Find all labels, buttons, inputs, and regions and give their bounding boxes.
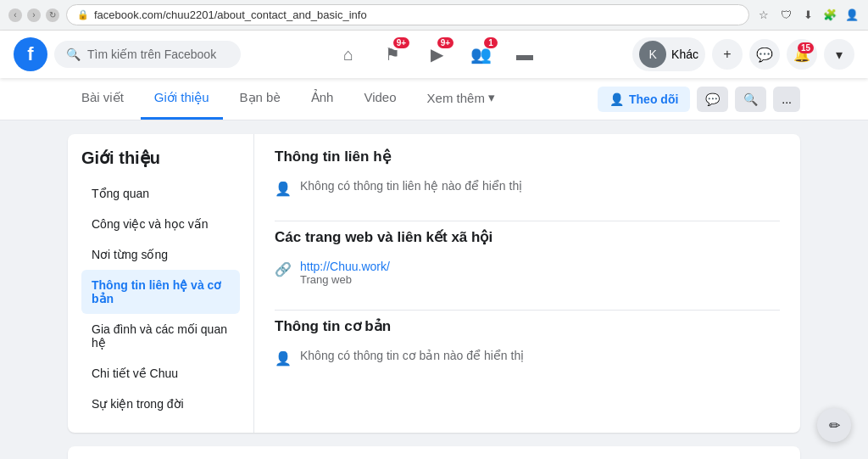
nav-friends-button[interactable]: 👥 1 <box>460 34 501 75</box>
about-menu-noi-song[interactable]: Nơi từng sống <box>81 239 240 270</box>
about-main: Thông tin liên hệ 👤 Không có thông tin l… <box>254 134 800 433</box>
divider-1 <box>275 221 780 221</box>
basic-info-empty: 👤 Không có thông tin cơ bản nào để hiển … <box>275 342 780 373</box>
main-content: Giới thiệu Tổng quan Công việc và học vấ… <box>0 120 868 459</box>
messenger-action-icon: 💬 <box>705 92 720 106</box>
back-button[interactable]: ‹ <box>8 8 22 22</box>
tab-ban-be[interactable]: Bạn bè <box>226 78 294 120</box>
profile-nav: Bài viết Giới thiệu Bạn bè Ảnh Video Xem… <box>0 78 868 120</box>
basic-info-title: Thông tin cơ bản <box>275 317 780 335</box>
add-button[interactable]: + <box>712 39 743 70</box>
search-action-button[interactable]: 🔍 <box>735 87 766 112</box>
plus-icon: + <box>723 47 731 62</box>
social-link[interactable]: http://Chuu.work/ <box>300 260 390 273</box>
about-sidebar-title: Giới thiệu <box>81 148 240 168</box>
nav-flag-button[interactable]: ⚑ 9+ <box>372 34 413 75</box>
friends-badge: 1 <box>484 37 498 48</box>
ellipsis-icon: ... <box>782 92 792 106</box>
fb-search-box[interactable]: 🔍 <box>54 41 241 68</box>
tab-bai-viet[interactable]: Bài viết <box>68 78 137 120</box>
basic-info-icon: 👤 <box>275 350 292 367</box>
address-bar: 🔒 facebook.com/chuu2201/about_contact_an… <box>66 4 749 25</box>
browser-bar: ‹ › ↻ 🔒 facebook.com/chuu2201/about_cont… <box>0 0 868 31</box>
chevron-down-icon: ▾ <box>488 90 495 105</box>
more-action-button[interactable]: ... <box>773 87 800 112</box>
fb-nav-center: ⌂ ⚑ 9+ ▶ 9+ 👥 1 ▬ <box>248 34 626 75</box>
shield-icon[interactable]: 🛡 <box>778 8 793 23</box>
tab-video[interactable]: Video <box>350 78 409 120</box>
social-link-sub: Trang web <box>300 273 390 286</box>
about-menu-gia-dinh[interactable]: Gia đình và các mối quan hệ <box>81 314 240 358</box>
messenger-icon: 💬 <box>756 47 773 63</box>
edit-icon: ✏ <box>829 417 840 434</box>
contact-info-title: Thông tin liên hệ <box>275 148 780 165</box>
about-menu-cong-viec[interactable]: Công việc và học vấn <box>81 209 240 239</box>
lock-icon: 🔒 <box>77 9 89 20</box>
download-icon[interactable]: ⬇ <box>800 8 815 23</box>
notifications-badge: 15 <box>798 42 814 53</box>
about-menu-su-kien[interactable]: Sự kiện trong đời <box>81 389 240 419</box>
about-menu-tong-quan[interactable]: Tổng quan <box>81 178 240 209</box>
float-edit-button[interactable]: ✏ <box>817 408 851 442</box>
star-icon[interactable]: ☆ <box>756 8 771 23</box>
account-menu-button[interactable]: ▾ <box>824 39 854 70</box>
basic-info-section: Thông tin cơ bản 👤 Không có thông tin cơ… <box>275 317 780 373</box>
search-action-icon: 🔍 <box>743 92 758 106</box>
search-input[interactable] <box>87 48 231 61</box>
forward-button[interactable]: › <box>27 8 41 22</box>
social-section: Các trang web và liên kết xã hội 🔗 http:… <box>275 228 780 293</box>
tablet-icon: ▬ <box>516 45 533 64</box>
messenger-button[interactable]: 💬 <box>749 39 780 70</box>
profile-actions: 👤 Theo dõi 💬 🔍 ... <box>598 87 800 112</box>
flag-badge: 9+ <box>393 37 409 48</box>
tab-gioi-thieu[interactable]: Giới thiệu <box>141 78 223 120</box>
fb-header: f 🔍 ⌂ ⚑ 9+ ▶ 9+ 👥 1 ▬ K Khác + <box>0 31 868 78</box>
follow-button[interactable]: 👤 Theo dõi <box>598 87 690 112</box>
link-icon: 🔗 <box>275 260 292 277</box>
puzzle-icon[interactable]: 🧩 <box>822 8 837 23</box>
contact-icon: 👤 <box>275 180 292 197</box>
avatar: K <box>639 41 666 68</box>
home-icon: ⌂ <box>343 45 353 64</box>
tab-xem-them[interactable]: Xem thêm ▾ <box>414 78 509 120</box>
video-badge: 9+ <box>437 37 453 48</box>
url-text: facebook.com/chuu2201/about_contact_and_… <box>94 8 367 21</box>
about-sidebar: Giới thiệu Tổng quan Công việc và học vấ… <box>68 134 254 433</box>
search-icon: 🔍 <box>66 48 81 61</box>
person-add-icon: 👤 <box>609 92 624 106</box>
messenger-action-button[interactable]: 💬 <box>697 87 728 112</box>
fb-nav-right: K Khác + 💬 🔔 15 ▾ <box>632 37 854 71</box>
notifications-button[interactable]: 🔔 15 <box>787 39 817 70</box>
refresh-button[interactable]: ↻ <box>46 8 59 22</box>
profile-tabs: Bài viết Giới thiệu Bạn bè Ảnh Video Xem… <box>68 78 509 120</box>
browser-icons: ☆ 🛡 ⬇ 🧩 👤 <box>756 8 860 23</box>
profile-icon[interactable]: 👤 <box>844 8 860 23</box>
browser-controls: ‹ › ↻ <box>8 8 59 22</box>
social-link-item: 🔗 http://Chuu.work/ Trang web <box>275 253 780 293</box>
about-card: Giới thiệu Tổng quan Công việc và học vấ… <box>68 134 800 433</box>
nav-home-button[interactable]: ⌂ <box>328 34 369 75</box>
friends-card: Bạn bè Người theo dõi <box>68 446 800 459</box>
nav-tablet-button[interactable]: ▬ <box>504 34 545 75</box>
about-menu-chi-tiet[interactable]: Chi tiết về Chuu <box>81 358 240 389</box>
user-avatar-button[interactable]: K Khác <box>632 37 705 71</box>
chevron-down-icon: ▾ <box>836 47 843 63</box>
nav-video-button[interactable]: ▶ 9+ <box>416 34 457 75</box>
contact-info-section: Thông tin liên hệ 👤 Không có thông tin l… <box>275 148 780 204</box>
tab-anh[interactable]: Ảnh <box>298 78 348 120</box>
social-section-title: Các trang web và liên kết xã hội <box>275 228 780 246</box>
divider-2 <box>275 310 780 311</box>
contact-info-empty: 👤 Không có thông tin liên hệ nào để hiển… <box>275 172 780 204</box>
user-name: Khác <box>671 48 698 61</box>
fb-logo[interactable]: f <box>14 37 47 71</box>
about-menu-lien-he[interactable]: Thông tin liên hệ và cơ bản <box>81 270 240 314</box>
